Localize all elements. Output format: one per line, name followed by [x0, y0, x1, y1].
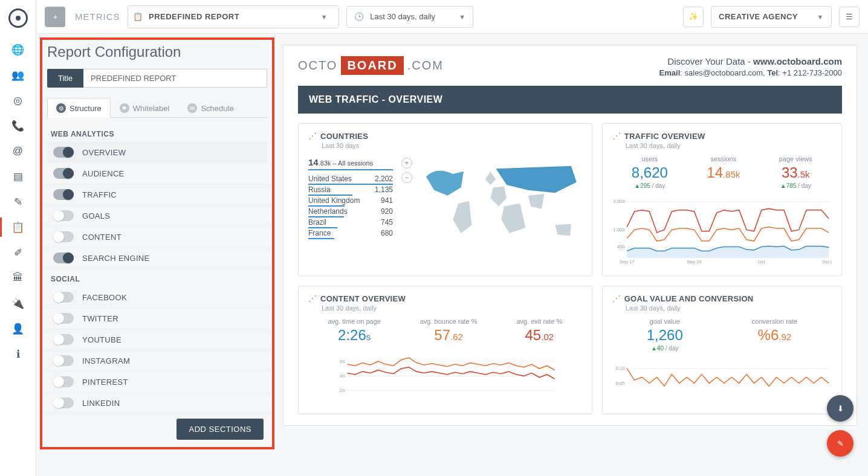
- svg-text:0.05: 0.05: [615, 381, 624, 386]
- widget-content-overview: ⋰CONTENT OVERVIEW Last 30 days, daily av…: [298, 286, 592, 414]
- svg-text:1,000: 1,000: [613, 227, 625, 233]
- people-icon[interactable]: 👥: [12, 69, 24, 81]
- panel-title: Report Configuration: [47, 43, 267, 60]
- schedule-icon: ✉: [187, 103, 197, 113]
- target-icon[interactable]: ◎: [12, 94, 24, 106]
- report-configuration-panel: Report Configuration Title ⚙Structure ⚑W…: [36, 34, 278, 476]
- globe-icon[interactable]: 🌐: [12, 43, 24, 56]
- report-preview: OCTO BOARD .COM Discover Your Data - www…: [278, 34, 868, 476]
- tab-structure[interactable]: ⚙Structure: [47, 98, 111, 118]
- date-range-dropdown[interactable]: 🕒 Last 30 days, daily ▼: [346, 6, 473, 28]
- section-item[interactable]: OVERVIEW: [47, 142, 267, 163]
- analytics-icon: ⋰: [308, 131, 316, 141]
- agency-dropdown[interactable]: CREATIVE AGENCY ▼: [711, 6, 832, 28]
- section-item[interactable]: LINKEDIN: [47, 393, 267, 414]
- item-label: AUDIENCE: [82, 169, 125, 178]
- svg-text:40: 40: [340, 373, 345, 379]
- toggle[interactable]: [53, 147, 74, 158]
- section-item[interactable]: SEARCH ENGINE: [47, 248, 267, 269]
- section-item[interactable]: PINTEREST: [47, 371, 267, 393]
- analytics-icon: ⋰: [612, 131, 620, 141]
- toggle[interactable]: [53, 313, 74, 324]
- toggle[interactable]: [53, 376, 74, 387]
- section-item[interactable]: YOUTUBE: [47, 329, 267, 350]
- country-row: France680: [308, 227, 393, 238]
- section-item[interactable]: AUDIENCE: [47, 163, 267, 184]
- toggle[interactable]: [53, 189, 74, 200]
- world-map: [421, 155, 582, 252]
- add-metric-button[interactable]: ＋: [45, 7, 65, 27]
- topbar: ＋ METRICS 📋 PREDEFINED REPORT ▼ 🕒 Last 3…: [36, 0, 868, 34]
- clock-icon: 🕒: [354, 12, 364, 21]
- item-label: TRAFFIC: [82, 190, 117, 199]
- add-sections-button[interactable]: ADD SECTIONS: [177, 419, 264, 440]
- stat: conversion rate%6.92: [752, 318, 797, 352]
- chevron-down-icon: ▼: [459, 13, 465, 21]
- toggle[interactable]: [53, 355, 74, 366]
- download-button[interactable]: ⬇: [827, 395, 853, 422]
- section-item[interactable]: FACEBOOK: [47, 287, 267, 308]
- app-logo: [8, 8, 28, 28]
- goal-chart: 0.100.05: [612, 358, 832, 406]
- toggle[interactable]: [53, 334, 74, 345]
- structure-icon: ⚙: [56, 103, 66, 113]
- section-item[interactable]: TRAFFIC: [47, 184, 267, 205]
- stat: sessions14.85k: [707, 155, 740, 189]
- widget-goal-value: ⋰GOAL VALUE AND CONVERSION Last 30 days,…: [602, 286, 842, 414]
- brand-logo: OCTO BOARD .COM: [298, 56, 444, 75]
- item-label: YOUTUBE: [82, 335, 121, 344]
- item-label: CONTENT: [82, 233, 121, 242]
- clipboard-icon[interactable]: 📋: [12, 221, 24, 233]
- svg-text:Oct: Oct: [757, 259, 765, 265]
- tab-schedule[interactable]: ✉Schedule: [178, 98, 242, 118]
- toggle[interactable]: [53, 168, 74, 179]
- item-label: GOALS: [82, 211, 110, 220]
- collapse-button[interactable]: −: [401, 172, 412, 183]
- info-icon[interactable]: ℹ: [12, 348, 24, 360]
- item-label: INSTAGRAM: [82, 356, 130, 365]
- section-item[interactable]: TWITTER: [47, 308, 267, 329]
- stat: avg. exit rate %45.02: [516, 318, 562, 344]
- toggle[interactable]: [53, 210, 74, 221]
- metrics-label: METRICS: [75, 11, 120, 22]
- stat: avg. bounce rate %57.62: [420, 318, 478, 344]
- stat: page views33.5k▲785 / day: [779, 155, 812, 189]
- analytics-icon: ⋰: [612, 294, 620, 303]
- country-row: Brazil745: [308, 216, 393, 227]
- toggle[interactable]: [53, 397, 74, 408]
- stat: avg. time on page2:26s: [328, 318, 380, 344]
- svg-text:Sep 24: Sep 24: [687, 259, 702, 265]
- tab-whitelabel[interactable]: ⚑Whitelabel: [111, 98, 179, 118]
- item-label: OVERVIEW: [82, 148, 126, 157]
- report-dropdown[interactable]: 📋 PREDEFINED REPORT ▼: [128, 5, 340, 28]
- item-label: TWITTER: [82, 314, 118, 323]
- menu-button[interactable]: ☰: [839, 7, 860, 27]
- user-icon[interactable]: 👤: [12, 323, 24, 335]
- section-item[interactable]: CONTENT: [47, 227, 267, 248]
- toggle[interactable]: [53, 252, 74, 263]
- chart-icon[interactable]: ▤: [12, 170, 24, 182]
- chevron-down-icon: ▼: [817, 13, 824, 21]
- report-title-input[interactable]: [83, 69, 267, 88]
- country-row: United States2,202: [308, 173, 393, 184]
- item-label: LINKEDIN: [82, 399, 120, 408]
- svg-text:400: 400: [617, 244, 625, 249]
- edit-icon[interactable]: ✐: [12, 246, 24, 259]
- expand-button[interactable]: +: [401, 158, 412, 169]
- plug-icon[interactable]: 🔌: [12, 297, 24, 309]
- edit-fab[interactable]: ✎: [827, 430, 853, 457]
- svg-text:Sep 17: Sep 17: [620, 259, 635, 265]
- item-label: SEARCH ENGINE: [82, 254, 150, 263]
- toggle[interactable]: [53, 231, 74, 242]
- section-item[interactable]: GOALS: [47, 205, 267, 227]
- bank-icon[interactable]: 🏛: [12, 272, 24, 284]
- svg-text:20: 20: [340, 388, 345, 393]
- section-item[interactable]: INSTAGRAM: [47, 350, 267, 371]
- widget-traffic-overview: ⋰TRAFFIC OVERVIEW Last 30 days, daily us…: [602, 123, 842, 276]
- contact-block: Discover Your Data - www.octoboard.com E…: [659, 56, 842, 77]
- wand-button[interactable]: ✨: [683, 7, 704, 27]
- phone-icon[interactable]: 📞: [12, 120, 24, 132]
- toggle[interactable]: [53, 292, 74, 303]
- pencil-icon[interactable]: ✎: [12, 196, 24, 208]
- at-icon[interactable]: @: [12, 145, 24, 157]
